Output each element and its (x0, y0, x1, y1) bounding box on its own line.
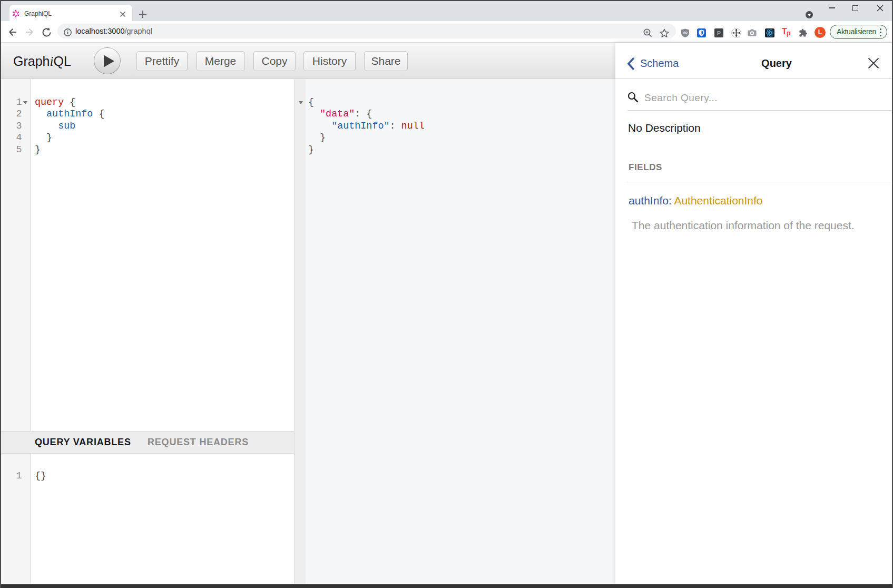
svg-text:UO: UO (683, 31, 688, 34)
svg-text:P: P (717, 30, 721, 36)
